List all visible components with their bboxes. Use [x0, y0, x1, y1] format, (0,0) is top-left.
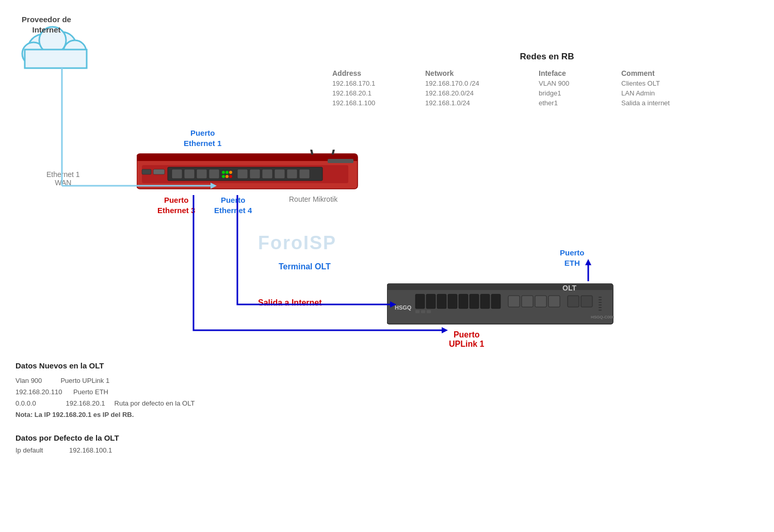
svg-rect-24 — [275, 169, 285, 179]
table-cell-net-1: 192.168.20.0/24 — [423, 88, 537, 98]
svg-rect-55 — [599, 297, 602, 298]
svg-rect-52 — [415, 310, 420, 313]
svg-rect-26 — [299, 169, 310, 179]
table-cell-comment-0: Clientes OLT — [619, 78, 722, 88]
table-header-address: Address — [330, 68, 423, 78]
svg-rect-48 — [535, 296, 546, 307]
svg-rect-11 — [172, 169, 182, 179]
port-eth1-label: Puerto Ethernet 1 — [184, 128, 221, 148]
svg-rect-22 — [250, 169, 260, 179]
bottom-info2-row: Ip default 192.168.100.1 — [15, 446, 119, 454]
table-cell-iface-1: bridge1 — [537, 88, 619, 98]
table-header-interface: Inteface — [537, 68, 619, 78]
svg-rect-60 — [599, 310, 602, 311]
table-title: Redes en RB — [330, 52, 764, 62]
svg-line-27 — [302, 150, 312, 154]
svg-point-19 — [225, 175, 229, 178]
table-cell-addr-2: 192.168.1.100 — [330, 98, 423, 108]
svg-rect-14 — [209, 169, 219, 179]
table-cell-comment-2: Salida a internet — [619, 98, 722, 108]
svg-rect-21 — [237, 169, 248, 179]
svg-rect-40 — [437, 294, 446, 309]
network-table: Redes en RB Address Network Inteface Com… — [330, 52, 764, 108]
svg-rect-54 — [427, 310, 431, 313]
svg-point-17 — [229, 171, 232, 174]
svg-rect-13 — [197, 169, 207, 179]
svg-rect-39 — [426, 294, 436, 309]
bottom-info1-rows: Vlan 900 Puerto UPLink 1 192.168.20.110 … — [15, 375, 351, 421]
svg-text:HSGQ: HSGQ — [395, 304, 412, 311]
svg-rect-51 — [581, 296, 592, 307]
svg-rect-58 — [599, 304, 602, 305]
svg-rect-46 — [508, 296, 520, 307]
table-cell-comment-1: LAN Admin — [619, 88, 722, 98]
svg-rect-38 — [415, 294, 425, 309]
diagram-container: .cloud-path { fill: #e8f4fb; stroke: #5b… — [0, 0, 774, 532]
svg-rect-32 — [153, 169, 165, 174]
svg-point-16 — [225, 171, 229, 174]
svg-rect-43 — [470, 294, 479, 309]
svg-point-20 — [229, 175, 232, 178]
bottom-info-default-olt: Datos por Defecto de la OLT Ip default 1… — [15, 433, 119, 454]
salida-internet-label: Salida a Internet — [258, 298, 322, 308]
svg-rect-23 — [262, 169, 272, 179]
svg-point-15 — [222, 171, 225, 174]
svg-rect-5 — [25, 50, 87, 68]
svg-text:OLT: OLT — [562, 284, 576, 292]
table-cell-addr-0: 192.168.170.1 — [330, 78, 423, 88]
svg-rect-12 — [184, 169, 195, 179]
svg-rect-50 — [568, 296, 579, 307]
table-cell-net-2: 192.168.1.0/24 — [423, 98, 537, 108]
svg-rect-59 — [599, 307, 602, 308]
table-header-comment: Comment — [619, 68, 722, 78]
svg-point-18 — [222, 175, 225, 178]
svg-rect-8 — [137, 158, 358, 161]
svg-rect-31 — [142, 169, 151, 174]
svg-rect-25 — [287, 169, 297, 179]
table-grid: Address Network Inteface Comment 192.168… — [330, 68, 764, 108]
svg-line-28 — [333, 150, 343, 154]
watermark: ForoISP — [258, 232, 336, 254]
port-eth3-label: Puerto Ethernet 3 — [157, 195, 195, 215]
svg-rect-41 — [448, 294, 457, 309]
table-cell-iface-2: ether1 — [537, 98, 619, 108]
svg-rect-47 — [522, 296, 533, 307]
svg-text:HSGQ-C008: HSGQ-C008 — [591, 315, 614, 319]
svg-rect-53 — [421, 310, 425, 313]
svg-rect-49 — [549, 296, 560, 307]
puerto-eth-label: Puerto ETH — [560, 248, 585, 268]
olt-device: OLT HSGQ — [387, 281, 614, 328]
puerto-uplink1-label: Puerto UPLink 1 — [449, 330, 484, 349]
table-header-network: Network — [423, 68, 537, 78]
svg-rect-42 — [459, 294, 468, 309]
svg-rect-57 — [599, 302, 602, 303]
cloud-label: Proveedor de Internet — [21, 14, 72, 35]
svg-rect-56 — [599, 299, 602, 300]
bottom-info2-title: Datos por Defecto de la OLT — [15, 433, 119, 442]
table-cell-iface-0: VLAN 900 — [537, 78, 619, 88]
svg-rect-33 — [328, 159, 353, 163]
router-mikrotik-device — [137, 150, 359, 195]
svg-rect-45 — [491, 294, 501, 309]
table-cell-net-0: 192.168.170.0 /24 — [423, 78, 537, 88]
ethernet-wan-label: Ethernet 1 WAN — [46, 170, 80, 187]
svg-marker-66 — [442, 327, 448, 333]
bottom-info1-title: Datos Nuevos en la OLT — [15, 361, 351, 370]
port-eth4-label: Puerto Ethernet 4 — [214, 195, 252, 215]
svg-marker-68 — [585, 259, 591, 265]
table-cell-addr-1: 192.168.20.1 — [330, 88, 423, 98]
svg-rect-35 — [387, 284, 613, 290]
terminal-olt-label: Terminal OLT — [279, 262, 331, 271]
bottom-info-new-olt: Datos Nuevos en la OLT Vlan 900 Puerto U… — [15, 361, 351, 421]
router-mikrotik-label: Router Mikrotik — [289, 195, 337, 203]
svg-rect-44 — [480, 294, 490, 309]
